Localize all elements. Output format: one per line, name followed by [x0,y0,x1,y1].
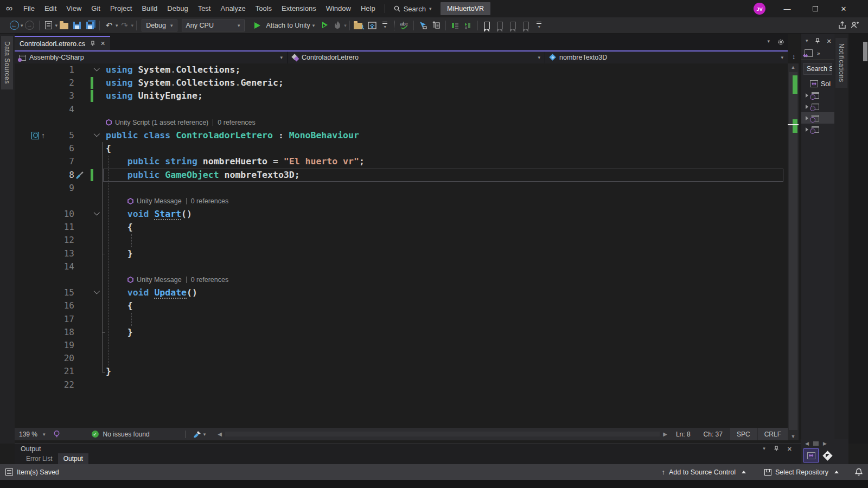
next-bookmark-icon[interactable] [508,19,519,32]
code-line[interactable]: 20 [15,352,785,365]
code-line[interactable]: 18 } [15,326,785,339]
close-button[interactable]: ✕ [831,0,856,17]
restore-button[interactable] [803,0,828,17]
redo-button[interactable]: ↷ [119,19,130,32]
menu-item-git[interactable]: Git [86,4,105,12]
expand-arrow-icon[interactable] [806,116,808,120]
code-line[interactable]: 15 void Update() [15,286,785,299]
code-cleanup-dropdown[interactable]: ▾ [203,432,206,437]
select-repository-button[interactable]: Select Repository [759,468,844,476]
code-line[interactable]: 7 public string nombreHuerto = "El huert… [15,155,785,168]
solution-tree-item[interactable] [801,124,834,135]
new-project-dropdown[interactable]: ▾ [55,23,58,28]
data-sources-tab[interactable]: Data Sources [1,36,13,89]
code-line[interactable]: 11 { [15,221,785,234]
codelens-row[interactable]: Unity Message0 references [15,195,785,208]
code-line[interactable]: 12 [15,234,785,247]
notifications-bell-button[interactable] [850,468,868,476]
code-line[interactable]: 9 [15,182,785,195]
spaces-indicator[interactable]: SPC [730,428,757,440]
codelens-info[interactable]: Unity Script (1 asset reference)0 refere… [106,116,256,129]
document-tab[interactable]: ControladorLetrero.cs ✕ [15,36,110,50]
zoom-select[interactable]: 139 % ▾ [15,428,50,440]
horizontal-scrollbar[interactable] [225,432,660,436]
project-dropdown[interactable]: Assembly-CSharp ▾ [15,52,288,63]
code-line[interactable]: 3using UnityEngine; [15,89,785,102]
clear-bookmarks-icon[interactable] [521,19,532,32]
navigate-back-button[interactable]: ← [9,19,20,32]
paste-format-icon[interactable] [431,19,442,32]
save-button[interactable] [72,19,82,32]
code-line[interactable]: 5↑public class ControladorLetrero : Mono… [15,129,785,142]
solution-node[interactable]: Sol [801,78,834,89]
fold-chevron-icon[interactable] [95,290,99,294]
hscroll-right-arrow[interactable]: ▶ [661,431,669,437]
code-cleanup-brush-icon[interactable] [193,431,201,438]
menu-item-analyze[interactable]: Analyze [215,4,250,12]
type-dropdown[interactable]: ControladorLetrero ▾ [288,52,545,63]
suggestion-lightbulb-icon[interactable] [53,430,60,438]
menu-item-debug[interactable]: Debug [162,4,193,12]
panel-dropdown-icon[interactable]: ▾ [763,446,765,453]
git-changes-tab-icon[interactable] [820,449,834,462]
pin-icon[interactable] [774,446,779,453]
menu-item-file[interactable]: File [18,4,40,12]
split-editor-handle[interactable]: ↕ [789,52,798,62]
code-line[interactable]: 10 void Start() [15,208,785,221]
toolbar-overflow-icon[interactable]: » [817,50,820,56]
save-all-button[interactable] [85,19,95,32]
share-icon[interactable] [837,19,847,32]
show-next-difference-icon[interactable] [463,19,474,32]
code-line[interactable]: 19 [15,339,785,352]
solution-name-chip[interactable]: MiHuertoVR [441,2,490,15]
toolbar-options-icon[interactable]: ▾ [380,19,391,32]
feedback-icon[interactable] [850,19,860,32]
expand-arrow-icon[interactable] [806,105,808,109]
mini-scroll-left-arrow[interactable]: ◀ [805,441,809,446]
panel-tab-error-list[interactable]: Error List [21,453,58,464]
codelens-row[interactable]: Unity Message0 references [15,273,785,286]
codelens-references[interactable]: 0 references [191,195,228,208]
panel-dropdown-icon[interactable]: ▾ [806,38,808,45]
hot-reload-icon[interactable] [332,19,343,32]
code-line[interactable]: 4 [15,103,785,116]
solution-explorer-home-icon[interactable] [367,19,378,32]
minimize-button[interactable]: — [775,0,800,17]
menu-item-extensions[interactable]: Extensions [277,4,321,12]
tab-list-dropdown-icon[interactable]: ▾ [767,38,770,46]
spell-check-icon[interactable]: abc [399,19,410,32]
scroll-up-arrow[interactable]: ▲ [788,63,799,71]
fold-chevron-icon[interactable] [95,211,99,216]
issues-status[interactable]: No issues found [103,431,150,438]
codelens-info[interactable]: Unity Message0 references [127,195,228,208]
menu-item-edit[interactable]: Edit [40,4,61,12]
undo-button[interactable]: ↶ [104,19,114,32]
mini-scroll-right-arrow[interactable]: ▶ [823,441,827,446]
solution-tree-item[interactable] [801,112,834,124]
bookmark-overflow-icon[interactable]: ▾ [534,19,545,32]
codelens-row[interactable]: Unity Script (1 asset reference)0 refere… [15,116,785,129]
member-dropdown[interactable]: nombreTexto3D ▾ [545,52,788,63]
code-line[interactable]: 1using System.Collections; [15,63,785,76]
attach-to-unity-button[interactable]: Attach to Unity [266,22,310,29]
hscroll-left-arrow[interactable]: ◀ [215,431,224,437]
menu-item-build[interactable]: Build [137,4,162,12]
menu-item-project[interactable]: Project [105,4,137,12]
solution-tree-item[interactable] [801,101,834,112]
close-icon[interactable]: ✕ [787,446,792,453]
hot-reload-dropdown[interactable]: ▾ [344,23,347,28]
solution-explorer-tab-icon[interactable] [804,449,818,462]
code-line[interactable]: 8 public GameObject nombreTexto3D; [15,169,785,182]
find-in-files-icon[interactable] [354,19,365,32]
pin-icon[interactable] [815,38,820,45]
line-indicator[interactable]: Ln: 8 [669,428,697,440]
previous-bookmark-icon[interactable] [495,19,506,32]
undo-dropdown[interactable]: ▾ [116,23,118,28]
open-folder-button[interactable] [59,19,69,32]
new-project-button[interactable] [43,19,54,32]
codelens-info[interactable]: Unity Message0 references [127,273,228,286]
notifications-tab[interactable]: Notifications [835,38,847,88]
expand-arrow-icon[interactable] [806,93,808,98]
menu-item-view[interactable]: View [61,4,86,12]
attach-to-unity-dropdown[interactable]: ▾ [312,23,315,28]
